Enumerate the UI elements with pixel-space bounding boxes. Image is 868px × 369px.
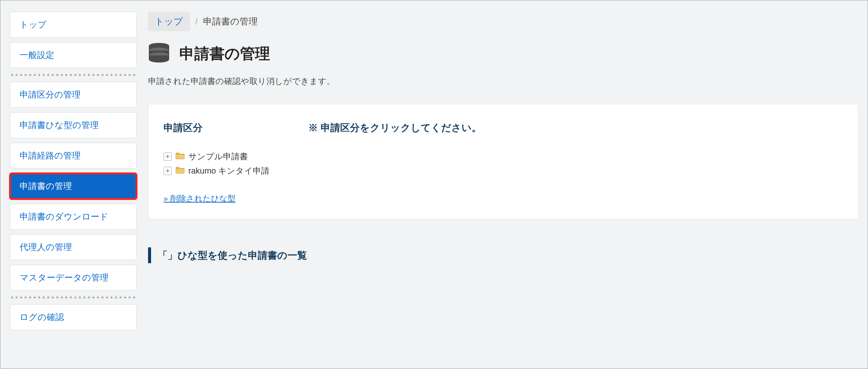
- sidebar-item-log-check[interactable]: ログの確認: [10, 304, 137, 330]
- breadcrumb-current: 申請書の管理: [203, 15, 258, 27]
- database-icon: [148, 43, 170, 64]
- deleted-templates-link[interactable]: » 削除されたひな型: [164, 194, 235, 203]
- expand-icon[interactable]: +: [164, 167, 172, 175]
- breadcrumb: トップ / 申請書の管理: [148, 12, 858, 31]
- page-description: 申請された申請書の確認や取り消しができます。: [148, 76, 858, 87]
- page-title: 申請書の管理: [179, 43, 270, 64]
- page-title-row: 申請書の管理: [148, 43, 858, 64]
- category-panel: 申請区分 ※ 申請区分をクリックしてください。 + サンプル申請書 +: [148, 104, 858, 219]
- expand-icon[interactable]: +: [164, 152, 172, 161]
- tree-item[interactable]: + rakumo キンタイ申請: [164, 164, 843, 178]
- sidebar-item-general-settings[interactable]: 一般設定: [10, 42, 137, 68]
- tree-item-label: rakumo キンタイ申請: [188, 164, 269, 178]
- panel-message: ※ 申請区分をクリックしてください。: [308, 121, 481, 134]
- sidebar-item-application-download[interactable]: 申請書のダウンロード: [10, 204, 137, 230]
- section-accent-bar: [148, 247, 151, 263]
- sidebar-item-master-data-mgmt[interactable]: マスターデータの管理: [10, 265, 137, 291]
- section-title: 「」ひな型を使った申請書の一覧: [158, 249, 307, 262]
- sidebar-item-template-mgmt[interactable]: 申請書ひな型の管理: [10, 112, 137, 138]
- folder-icon: [176, 164, 185, 178]
- breadcrumb-separator: /: [195, 16, 198, 27]
- sidebar-item-route-mgmt[interactable]: 申請経路の管理: [10, 143, 137, 169]
- sidebar-item-top[interactable]: トップ: [10, 12, 137, 38]
- sidebar: トップ 一般設定 申請区分の管理 申請書ひな型の管理 申請経路の管理 申請書の管…: [10, 12, 137, 357]
- svg-rect-4: [176, 169, 184, 173]
- sidebar-item-proxy-mgmt[interactable]: 代理人の管理: [10, 234, 137, 260]
- divider: [10, 296, 137, 299]
- divider: [10, 73, 137, 76]
- sidebar-item-category-mgmt[interactable]: 申請区分の管理: [10, 82, 137, 108]
- sidebar-item-application-mgmt[interactable]: 申請書の管理: [10, 173, 137, 199]
- panel-heading: 申請区分: [164, 121, 203, 134]
- svg-rect-3: [176, 154, 184, 159]
- breadcrumb-root-link[interactable]: トップ: [148, 12, 190, 31]
- folder-icon: [176, 149, 185, 164]
- tree-item-label: サンプル申請書: [188, 149, 248, 164]
- main-content: トップ / 申請書の管理 申請書の管理 申請された申請書の確認や取り消しができま…: [148, 12, 858, 357]
- tree-item[interactable]: + サンプル申請書: [164, 149, 843, 164]
- category-tree: + サンプル申請書 + rakumo キンタイ申請: [164, 149, 843, 178]
- section-header: 「」ひな型を使った申請書の一覧: [148, 247, 858, 263]
